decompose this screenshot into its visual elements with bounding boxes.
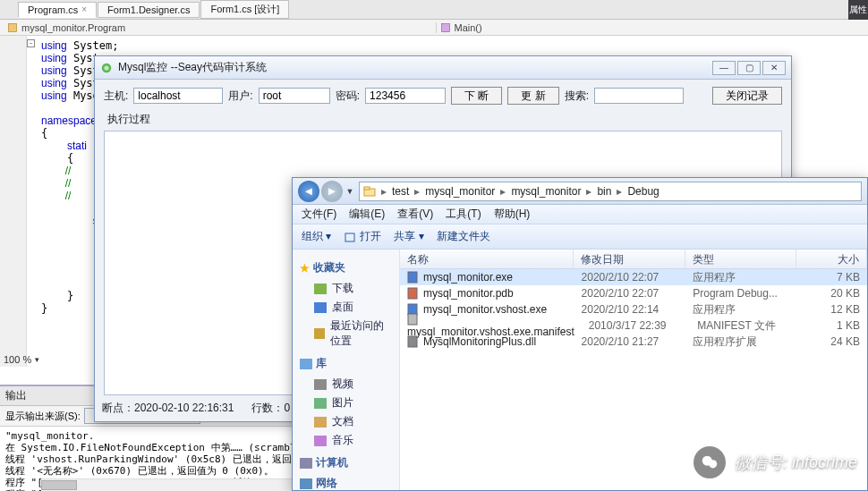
output-source-label: 显示输出来源(S):	[5, 410, 81, 423]
svg-rect-7	[314, 284, 327, 294]
pwd-input[interactable]	[365, 88, 446, 104]
file-icon	[407, 313, 420, 326]
file-icon	[407, 335, 420, 348]
network-group[interactable]: 网络	[300, 476, 392, 491]
sidebar-downloads[interactable]: 下载	[300, 279, 392, 298]
file-row[interactable]: mysql_monitor.exe2020/2/10 22:07应用程序7 KB	[400, 269, 867, 285]
file-row[interactable]: mysql_monitor.pdb2020/2/10 22:07Program …	[400, 285, 867, 301]
svg-rect-14	[314, 436, 327, 446]
col-size[interactable]: 大小	[796, 250, 867, 268]
file-row[interactable]: mysql_monitor.vshost.exe.manifest2010/3/…	[400, 317, 867, 334]
watermark: 微信号: infocrime	[694, 446, 857, 478]
download-icon	[314, 284, 327, 294]
search-label: 搜索:	[565, 89, 589, 104]
exec-process-label: 执行过程	[107, 112, 782, 127]
disconnect-button[interactable]: 下 断	[451, 87, 502, 105]
file-icon	[407, 271, 420, 284]
music-icon	[314, 436, 327, 446]
method-icon	[440, 22, 451, 33]
desktop-icon	[314, 302, 327, 313]
svg-rect-16	[300, 478, 312, 489]
svg-rect-12	[314, 398, 327, 409]
editor-tab-strip: Program.cs× Form1.Designer.cs Form1.cs […	[0, 0, 868, 20]
host-input[interactable]	[133, 88, 223, 104]
organize-button[interactable]: 组织 ▾	[302, 229, 331, 244]
sidebar-pictures[interactable]: 图片	[300, 394, 392, 412]
library-icon	[300, 359, 312, 369]
libraries-group[interactable]: 库	[300, 356, 392, 371]
svg-rect-20	[408, 314, 417, 325]
sidebar-music[interactable]: 音乐	[300, 431, 392, 450]
minimize-button[interactable]: —	[712, 61, 736, 75]
col-date[interactable]: 修改日期	[574, 250, 685, 268]
open-icon	[344, 231, 356, 243]
svg-rect-9	[314, 328, 325, 339]
status-lines: 行数：0	[251, 401, 290, 416]
video-icon	[314, 379, 327, 390]
search-input[interactable]	[594, 88, 684, 104]
status-breakpoint: 断点：2020-02-10 22:16:31	[102, 401, 234, 416]
svg-rect-17	[408, 272, 417, 283]
mysql-titlebar[interactable]: Mysql监控 --Seay代码审计系统 — ▢ ✕	[95, 56, 791, 80]
pwd-label: 密码:	[336, 89, 360, 104]
open-button[interactable]: 打开	[344, 229, 381, 244]
mysql-title-text: Mysql监控 --Seay代码审计系统	[118, 60, 267, 75]
close-button[interactable]: ✕	[762, 61, 786, 75]
col-name[interactable]: 名称	[400, 250, 574, 268]
favorites-group[interactable]: ★收藏夹	[300, 260, 392, 275]
member-selector[interactable]: Main()	[436, 22, 869, 33]
user-input[interactable]	[259, 88, 330, 104]
tab-designer[interactable]: Form1.Designer.cs	[98, 2, 200, 18]
app-icon	[100, 62, 113, 74]
svg-rect-11	[314, 379, 327, 390]
fold-toggle[interactable]: -	[27, 39, 35, 47]
menu-tools[interactable]: 工具(T)	[446, 207, 481, 222]
tab-program-cs[interactable]: Program.cs×	[18, 2, 97, 18]
wechat-icon	[694, 446, 726, 478]
outlining-margin[interactable]: -	[27, 39, 39, 370]
sidebar-recent[interactable]: 最近访问的位置	[300, 317, 392, 351]
svg-rect-18	[408, 288, 417, 299]
recent-icon	[314, 328, 325, 339]
address-bar[interactable]: ▸test ▸mysql_monitor ▸mysql_monitor ▸bin…	[359, 182, 862, 201]
explorer-menubar: 文件(F) 编辑(E) 查看(V) 工具(T) 帮助(H)	[293, 205, 867, 224]
explorer-toolbar: 组织 ▾ 打开 共享 ▾ 新建文件夹	[293, 224, 867, 250]
refresh-button[interactable]: 更 新	[507, 87, 558, 105]
forward-button[interactable]: ►	[321, 181, 343, 202]
type-selector[interactable]: mysql_monitor.Program	[0, 22, 436, 33]
svg-rect-21	[408, 336, 417, 347]
explorer-sidebar: ★收藏夹 下载 桌面 最近访问的位置 库 视频 图片 文档 音乐 计算机 网络	[293, 250, 400, 490]
menu-help[interactable]: 帮助(H)	[494, 207, 531, 222]
file-row[interactable]: MysqlMonitoringPlus.dll2020/2/10 21:27应用…	[400, 334, 867, 350]
host-label: 主机:	[104, 89, 128, 104]
maximize-button[interactable]: ▢	[737, 61, 761, 75]
tab-form1-design[interactable]: Form1.cs [设计]	[200, 0, 289, 19]
svg-rect-15	[300, 458, 312, 469]
svg-point-23	[709, 460, 717, 468]
zoom-indicator[interactable]: 100 %▾	[4, 354, 39, 365]
svg-rect-5	[364, 187, 370, 190]
svg-point-3	[104, 65, 108, 70]
navigation-bar: mysql_monitor.Program Main()	[0, 20, 868, 36]
close-icon[interactable]: ×	[81, 4, 87, 14]
menu-view[interactable]: 查看(V)	[397, 207, 433, 222]
history-dropdown[interactable]: ▼	[345, 187, 355, 196]
computer-group[interactable]: 计算机	[300, 455, 392, 470]
svg-rect-6	[345, 233, 354, 241]
class-icon	[7, 22, 18, 33]
properties-panel-tab[interactable]: 属性	[848, 0, 868, 20]
close-log-button[interactable]: 关闭记录	[712, 87, 782, 105]
new-folder-button[interactable]: 新建文件夹	[437, 229, 490, 244]
sidebar-videos[interactable]: 视频	[300, 375, 392, 394]
user-label: 用户:	[228, 89, 252, 104]
menu-edit[interactable]: 编辑(E)	[349, 207, 385, 222]
svg-rect-10	[300, 359, 312, 369]
col-type[interactable]: 类型	[685, 250, 797, 268]
menu-file[interactable]: 文件(F)	[302, 207, 336, 222]
sidebar-documents[interactable]: 文档	[300, 412, 392, 431]
back-button[interactable]: ◄	[298, 181, 319, 202]
share-button[interactable]: 共享 ▾	[394, 229, 423, 244]
sidebar-desktop[interactable]: 桌面	[300, 298, 392, 317]
document-icon	[314, 417, 327, 428]
explorer-window: ◄ ► ▼ ▸test ▸mysql_monitor ▸mysql_monito…	[292, 177, 868, 491]
